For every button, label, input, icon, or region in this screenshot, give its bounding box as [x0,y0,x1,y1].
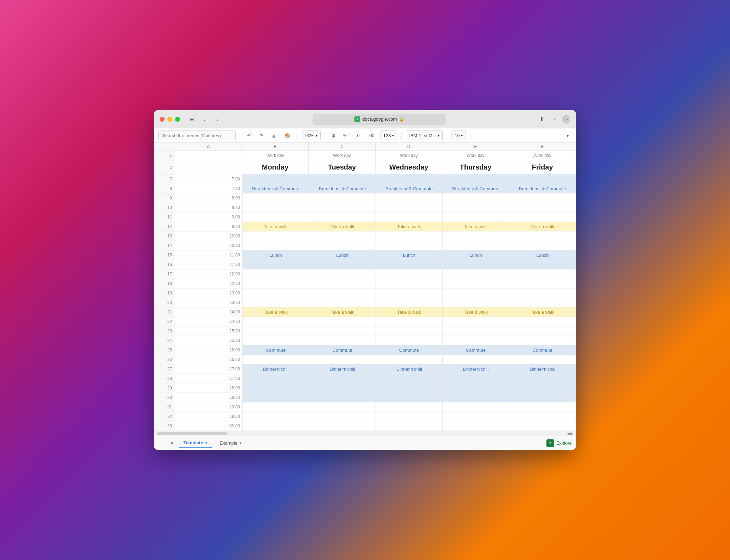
cell-D7[interactable] [376,174,443,184]
search-input[interactable] [158,131,236,140]
undo-button[interactable]: ↶ [244,131,254,140]
cell-A13[interactable]: 10:00 [175,231,243,241]
cell-A18[interactable]: 12:30 [175,279,243,288]
cell-D26[interactable] [376,355,443,364]
cell-C9[interactable] [309,193,376,203]
cell-B15[interactable]: Lunch [243,250,309,260]
cell-E14[interactable] [443,241,510,250]
more-toolbar-button[interactable]: ··· [475,131,484,140]
cell-B10[interactable] [243,203,309,212]
percent-button[interactable]: % [340,131,350,140]
explore-button[interactable]: ✦ Explore [546,439,572,447]
cell-D31[interactable] [376,402,443,412]
cell-A14[interactable]: 10:30 [175,241,243,250]
cell-E26[interactable] [443,355,510,364]
cell-F25[interactable]: Commute [509,345,576,355]
cell-B21[interactable]: Take a walk [243,307,309,317]
cell-F20[interactable] [509,298,576,307]
cell-B9[interactable] [243,193,309,203]
cell-D29[interactable] [376,383,443,393]
cell-F32[interactable] [509,412,576,421]
new-tab-button[interactable]: + [549,114,559,124]
cell-B8[interactable]: Breakfeast & Commute [243,184,309,193]
cell-A8[interactable]: 7:30 [175,184,243,193]
cell-E25[interactable]: Commute [443,345,510,355]
redo-button[interactable]: ↷ [257,131,266,140]
cell-B28[interactable] [243,374,309,383]
cell-D21[interactable]: Take a walk [376,307,443,317]
cell-E8[interactable]: Breakfeast & Commute [443,184,510,193]
cell-B11[interactable] [243,212,309,222]
col-header-A[interactable]: A [175,143,242,151]
cell-B25[interactable]: Commute [243,345,309,355]
cell-D33[interactable] [376,421,443,431]
cell-A23[interactable]: 15:00 [175,326,243,336]
cell-F16[interactable] [509,260,576,269]
cell-F7[interactable] [509,174,576,184]
cell-B12[interactable]: Take a walk [243,222,309,231]
cell-D25[interactable]: Commute [376,345,443,355]
cell-D17[interactable] [376,269,443,279]
cell-C21[interactable]: Take a walk [309,307,376,317]
cell-C10[interactable] [309,203,376,212]
cell-F12[interactable]: Take a walk [509,222,576,231]
cell-F14[interactable] [509,241,576,250]
collapse-toolbar-button[interactable]: ▾ [564,131,572,140]
cell-A9[interactable]: 8:00 [175,193,243,203]
cell-D32[interactable] [376,412,443,421]
add-sheet-button[interactable]: + [158,438,166,448]
cell-E30[interactable] [443,393,510,402]
cell-C7[interactable] [309,174,376,184]
cell-D27[interactable]: Dinner'n'chill [376,364,443,374]
cell-B1[interactable]: Work day [242,151,309,160]
cell-F17[interactable] [509,269,576,279]
cell-C32[interactable] [309,412,376,421]
back-button[interactable]: ‹ [212,114,222,124]
cell-A21[interactable]: 14:00 [175,307,243,317]
cell-B22[interactable] [243,317,309,326]
cell-A31[interactable]: 19:00 [175,402,243,412]
cell-A19[interactable]: 13:00 [175,288,243,298]
cell-C30[interactable] [309,393,376,402]
scroll-right-icon[interactable]: ▶ [570,432,573,435]
cell-E13[interactable] [443,231,510,241]
cell-D23[interactable] [376,326,443,336]
print-button[interactable]: 🖨 [269,131,279,140]
cell-B19[interactable] [243,288,309,298]
cell-D15[interactable]: Lunch [376,250,443,260]
cell-C22[interactable] [309,317,376,326]
cell-E28[interactable] [443,374,510,383]
cell-E7[interactable] [443,174,510,184]
cell-F29[interactable] [509,383,576,393]
sheet-tab-template[interactable]: Template ▾ [179,438,212,448]
cell-C31[interactable] [309,402,376,412]
sheet-tab-example[interactable]: Example ▾ [215,438,246,448]
cell-A27[interactable]: 17:00 [175,364,243,374]
cell-F28[interactable] [509,374,576,383]
cell-D8[interactable]: Breakfeast & Commute [376,184,443,193]
cell-F24[interactable] [509,336,576,345]
cell-F27[interactable]: Dinner'n'chill [509,364,576,374]
cell-A12[interactable]: 9:30 [175,222,243,231]
more-options-button[interactable]: ··· [562,115,570,123]
cell-A10[interactable]: 8:30 [175,203,243,212]
cell-D10[interactable] [376,203,443,212]
cell-A22[interactable]: 14:30 [175,317,243,326]
cell-F8[interactable]: Breakfeast & Commute [509,184,576,193]
cell-D2[interactable]: Wednesday [376,160,442,174]
cell-C1[interactable]: Work day [309,151,376,160]
cell-E31[interactable] [443,402,510,412]
cell-B30[interactable] [243,393,309,402]
cell-F30[interactable] [509,393,576,402]
currency-button[interactable]: $ [329,131,338,140]
cell-F11[interactable] [509,212,576,222]
cell-C13[interactable] [309,231,376,241]
cell-F21[interactable]: Take a walk [509,307,576,317]
cell-B17[interactable] [243,269,309,279]
cell-C23[interactable] [309,326,376,336]
cell-F1[interactable]: Work day [509,151,576,160]
close-button[interactable] [160,117,165,122]
cell-B26[interactable] [243,355,309,364]
cell-D30[interactable] [376,393,443,402]
cell-C27[interactable]: Dinner'n'chill [309,364,376,374]
